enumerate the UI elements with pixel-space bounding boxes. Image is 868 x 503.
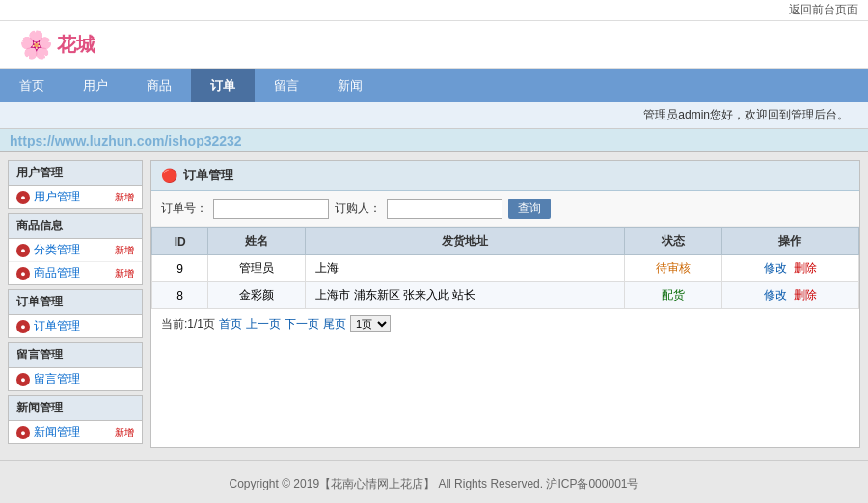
nav-item-home[interactable]: 首页: [0, 69, 64, 102]
col-status: 状态: [625, 228, 722, 255]
logo-text: 花城: [57, 32, 95, 58]
sidebar-item-message[interactable]: ● 留言管理: [9, 368, 142, 390]
cell-status: 配货: [625, 282, 722, 309]
sidebar-section-orders-title: 订单管理: [9, 290, 142, 315]
content-title: 订单管理: [183, 167, 233, 184]
sidebar-new-badge: 新增: [115, 426, 134, 439]
cell-actions: 修改 删除: [721, 255, 858, 282]
sidebar-item-user-manage[interactable]: ● 用户管理 新增: [9, 186, 142, 208]
back-to-frontend-link[interactable]: 返回前台页面: [789, 2, 858, 18]
header: 🌸 花城: [0, 21, 868, 69]
sidebar-section-users: 用户管理 ● 用户管理 新增: [8, 160, 143, 209]
sidebar-item-news[interactable]: ● 新闻管理 新增: [9, 421, 142, 443]
sidebar-section-news: 新闻管理 ● 新闻管理 新增: [8, 395, 143, 444]
person-label: 订购人：: [335, 200, 381, 217]
footer-text: Copyright © 2019【花南心情网上花店】 All Rights Re…: [230, 477, 639, 490]
pagination-prev[interactable]: 上一页: [246, 316, 281, 332]
pagination-first[interactable]: 首页: [219, 316, 242, 332]
content-area: 🔴 订单管理 订单号： 订购人： 查询 ID 姓名 发货地址 状态: [150, 160, 860, 448]
content-header: 🔴 订单管理: [151, 161, 859, 191]
admin-welcome-text: 管理员admin您好，欢迎回到管理后台。: [643, 107, 849, 123]
cell-name: 金彩颜: [208, 282, 306, 309]
sidebar-link-product[interactable]: 商品管理: [34, 265, 113, 281]
col-id: ID: [152, 228, 208, 255]
pagination-next[interactable]: 下一页: [285, 316, 319, 332]
nav-item-products[interactable]: 商品: [127, 69, 191, 102]
cell-status: 待审核: [625, 255, 722, 282]
sidebar-link-news[interactable]: 新闻管理: [34, 424, 113, 440]
logo: 🌸 花城: [19, 29, 95, 61]
col-address: 发货地址: [306, 228, 625, 255]
sidebar-bullet-icon: ●: [16, 426, 30, 439]
main-nav: 首页 用户 商品 订单 留言 新闻: [0, 69, 868, 102]
edit-link[interactable]: 修改: [764, 288, 787, 302]
nav-item-users[interactable]: 用户: [64, 69, 127, 102]
order-number-label: 订单号：: [161, 200, 207, 217]
sidebar-bullet-icon: ●: [16, 373, 30, 386]
nav-item-messages[interactable]: 留言: [255, 69, 318, 102]
nav-item-orders[interactable]: 订单: [191, 69, 255, 102]
edit-link[interactable]: 修改: [764, 261, 787, 275]
main-layout: 用户管理 ● 用户管理 新增 商品信息 ● 分类管理 新增 ● 商品管理: [0, 152, 868, 456]
breadcrumb-bar: https://www.luzhun.com/ishop32232: [0, 129, 868, 152]
pagination-info: 当前:1/1页: [161, 316, 215, 332]
pagination: 当前:1/1页 首页 上一页 下一页 尾页 1页: [151, 309, 859, 338]
page-selector[interactable]: 1页: [350, 315, 391, 332]
sidebar-bullet-icon: ●: [16, 320, 30, 333]
search-bar: 订单号： 订购人： 查询: [151, 191, 859, 227]
content-icon: 🔴: [161, 168, 177, 183]
breadcrumb-text: https://www.luzhun.com/ishop32232: [10, 133, 242, 148]
delete-link[interactable]: 删除: [794, 261, 817, 275]
sidebar-new-badge: 新增: [115, 191, 134, 204]
logo-flower-icon: 🌸: [19, 29, 53, 61]
search-button[interactable]: 查询: [508, 199, 551, 219]
pagination-last[interactable]: 尾页: [323, 316, 346, 332]
sidebar-section-products-title: 商品信息: [9, 214, 142, 239]
sidebar-section-news-title: 新闻管理: [9, 396, 142, 421]
sidebar-section-messages-title: 留言管理: [9, 343, 142, 368]
sidebar-section-products: 商品信息 ● 分类管理 新增 ● 商品管理 新增: [8, 213, 143, 285]
top-bar: 返回前台页面: [0, 0, 868, 21]
orders-table: ID 姓名 发货地址 状态 操作 9 管理员 上海 待审核 修改 删除 8 金彩…: [151, 227, 859, 309]
sidebar-bullet-icon: ●: [16, 244, 30, 257]
cell-name: 管理员: [208, 255, 306, 282]
cell-id: 9: [152, 255, 208, 282]
sidebar-link-order[interactable]: 订单管理: [34, 318, 134, 334]
cell-actions: 修改 删除: [721, 282, 858, 309]
table-row: 8 金彩颜 上海市 浦东新区 张来入此 站长 配货 修改 删除: [152, 282, 859, 309]
admin-bar: 管理员admin您好，欢迎回到管理后台。: [0, 102, 868, 129]
footer: Copyright © 2019【花南心情网上花店】 All Rights Re…: [0, 460, 868, 503]
col-name: 姓名: [208, 228, 306, 255]
sidebar: 用户管理 ● 用户管理 新增 商品信息 ● 分类管理 新增 ● 商品管理: [8, 160, 143, 448]
sidebar-link-user-manage[interactable]: 用户管理: [34, 189, 113, 205]
person-input[interactable]: [387, 199, 502, 219]
table-header-row: ID 姓名 发货地址 状态 操作: [152, 228, 859, 255]
cell-address: 上海市 浦东新区 张来入此 站长: [306, 282, 625, 309]
sidebar-item-product[interactable]: ● 商品管理 新增: [9, 262, 142, 284]
delete-link[interactable]: 删除: [794, 288, 817, 302]
sidebar-section-users-title: 用户管理: [9, 161, 142, 186]
sidebar-item-order[interactable]: ● 订单管理: [9, 315, 142, 337]
cell-id: 8: [152, 282, 208, 309]
sidebar-link-category[interactable]: 分类管理: [34, 242, 113, 258]
col-action: 操作: [721, 228, 858, 255]
order-number-input[interactable]: [213, 199, 329, 219]
table-row: 9 管理员 上海 待审核 修改 删除: [152, 255, 859, 282]
sidebar-item-category[interactable]: ● 分类管理 新增: [9, 239, 142, 262]
sidebar-new-badge: 新增: [115, 244, 134, 257]
sidebar-link-message[interactable]: 留言管理: [34, 371, 134, 387]
sidebar-new-badge: 新增: [115, 267, 134, 280]
sidebar-bullet-icon: ●: [16, 267, 30, 280]
nav-item-news[interactable]: 新闻: [318, 69, 382, 102]
sidebar-bullet-icon: ●: [16, 191, 30, 204]
sidebar-section-orders: 订单管理 ● 订单管理: [8, 289, 143, 338]
sidebar-section-messages: 留言管理 ● 留言管理: [8, 342, 143, 391]
cell-address: 上海: [306, 255, 625, 282]
